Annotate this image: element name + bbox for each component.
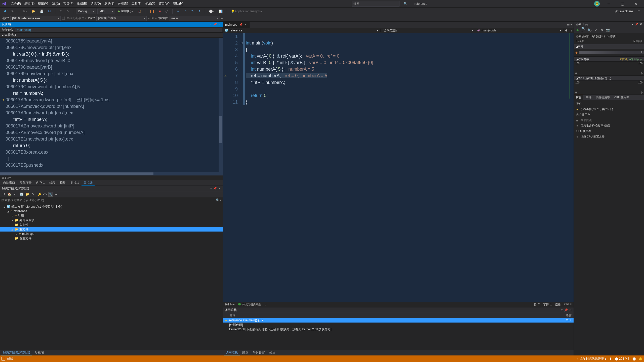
menu-view[interactable]: 视图(V) bbox=[36, 1, 50, 7]
disasm-line[interactable]: 006017B1 mov dword ptr [eax],ecx bbox=[0, 136, 223, 142]
diag-tab-1[interactable]: 事件 bbox=[584, 95, 593, 100]
platform-combo[interactable]: x86 bbox=[97, 9, 115, 14]
diag-title-bar[interactable]: 诊断工具 ▾📌✕ bbox=[574, 22, 644, 27]
continue-button[interactable]: ▶继续(C) ▾ bbox=[116, 9, 134, 14]
cs-col-name[interactable]: 名称 bbox=[230, 313, 561, 317]
tree-row[interactable]: 📁头文件 bbox=[0, 222, 223, 227]
btab-1[interactable]: 局部变量 bbox=[18, 180, 34, 186]
panel-pin-icon[interactable]: 📌 bbox=[213, 23, 217, 26]
redo-icon[interactable]: ↷ bbox=[65, 9, 70, 14]
disasm-line[interactable]: 0060178F mov dword ptr [varB],0 bbox=[0, 57, 223, 64]
status-add-source-control[interactable]: ↑ 添加到源代码管理 ▴ bbox=[577, 357, 606, 361]
cs-btab-0[interactable]: 调用堆栈 bbox=[224, 350, 240, 356]
search-box[interactable]: 搜索 bbox=[352, 1, 399, 7]
live-share-button[interactable]: 🖉 Live Share bbox=[615, 10, 633, 13]
tab-main-cpp[interactable]: main.cpp📌✕ bbox=[223, 22, 250, 28]
undo-icon[interactable]: ↶ bbox=[58, 9, 63, 14]
doc-preview-icon[interactable]: ▭ bbox=[567, 23, 570, 26]
code-line[interactable]: 2⊟int main(void) bbox=[223, 40, 574, 46]
menu-edit[interactable]: 编辑(E) bbox=[23, 1, 36, 7]
cs-col-lang[interactable]: 语言 bbox=[561, 313, 572, 317]
menu-help[interactable]: 帮助(H) bbox=[172, 1, 185, 7]
nav-split-v-icon[interactable]: ↕ bbox=[569, 29, 574, 32]
code-line[interactable]: 5 int varB{ 0 }, * intP{ &varB }; varB =… bbox=[223, 59, 574, 66]
nav-fwd-icon[interactable]: ⮞ bbox=[10, 9, 16, 14]
save-icon[interactable]: 💾 bbox=[38, 9, 45, 14]
sln-sync-icon[interactable]: 🔄 bbox=[19, 192, 24, 197]
sln-pin-icon[interactable]: 📌 bbox=[213, 187, 217, 190]
new-item-icon[interactable]: 🗎▾ bbox=[21, 9, 28, 14]
stop-icon[interactable]: ■ bbox=[157, 9, 162, 14]
disasm-line[interactable]: 00601796 lea eax,[varB] bbox=[0, 64, 223, 70]
callstack-row[interactable]: [外部代码] bbox=[223, 323, 574, 327]
cs-dropdown-icon[interactable]: ▾ bbox=[561, 308, 563, 312]
tree-row[interactable]: ◢⧈reference bbox=[0, 209, 223, 213]
cs-btab-1[interactable]: 断点 bbox=[240, 350, 250, 355]
diag-close-icon[interactable]: ✕ bbox=[640, 23, 642, 26]
menu-file[interactable]: 文件(F) bbox=[10, 1, 22, 7]
diag-record-icon[interactable]: ⏺ bbox=[575, 28, 580, 32]
code-line[interactable]: 9 bbox=[223, 86, 574, 92]
sln-search-box[interactable]: 搜索解决方案资源管理器(Ctrl+;)🔍▾ bbox=[0, 197, 223, 203]
process-combo[interactable]: [6156] reference.exe bbox=[10, 16, 61, 21]
diag-mem-header[interactable]: ◢ 进程内存▼快照 ●专用字节 bbox=[574, 57, 644, 62]
code-line[interactable]: ➔7 ref = numberA; ref = 0, numberA = 5 bbox=[223, 72, 574, 79]
diag-tab-0[interactable]: 摘要 bbox=[574, 95, 583, 100]
window-close-icon[interactable]: ✕ bbox=[631, 1, 640, 7]
menu-project[interactable]: 项目(P) bbox=[62, 1, 75, 7]
address-input[interactable]: main(void) bbox=[15, 28, 222, 32]
disasm-zoom[interactable]: 161 % ▾ bbox=[0, 175, 223, 180]
disasm-line[interactable]: int varB{ 0 }, * intP{ &varB }; bbox=[0, 51, 223, 57]
menu-git[interactable]: Git(G) bbox=[50, 1, 61, 7]
disasm-line[interactable]: 0060178C mov dword ptr [ref],eax bbox=[0, 44, 223, 51]
diag-cpu-chart[interactable]: 10000100 bbox=[574, 81, 644, 95]
doc-well-dropdown-icon[interactable]: ▾ bbox=[571, 23, 572, 26]
sln-refresh-icon[interactable]: ↻ bbox=[30, 192, 35, 197]
cs-btab-3[interactable]: 输出 bbox=[267, 350, 277, 355]
debug-target-icon[interactable]: 🏹 bbox=[136, 9, 143, 14]
disasm-line[interactable]: ref = numberA; bbox=[0, 90, 223, 97]
menu-tools[interactable]: 工具(T) bbox=[130, 1, 143, 7]
nav-scope[interactable]: (全局范围)▾ bbox=[381, 28, 475, 33]
cs-pin-icon[interactable]: 📌 bbox=[564, 308, 568, 312]
code-line[interactable]: 1 bbox=[223, 33, 574, 40]
sln-btab-0[interactable]: 解决方案资源管理器 bbox=[1, 350, 32, 356]
code-line[interactable]: 11} bbox=[223, 99, 574, 105]
tree-row[interactable]: ▸▫▫引用 bbox=[0, 213, 223, 218]
status-notif-icon[interactable]: 🔔 bbox=[639, 357, 642, 360]
nav-split-icon[interactable]: ⊕ bbox=[564, 29, 569, 32]
menu-window[interactable]: 窗口(W) bbox=[157, 1, 171, 7]
code-line[interactable]: 3{ bbox=[223, 46, 574, 53]
stackframe-combo[interactable]: main bbox=[170, 16, 220, 21]
panel-close-icon[interactable]: ✕ bbox=[218, 23, 221, 26]
code-line[interactable]: 10 return 0; bbox=[223, 92, 574, 99]
pause-icon[interactable]: ❚❚ bbox=[148, 9, 156, 14]
menu-build[interactable]: 生成(B) bbox=[75, 1, 89, 7]
sln-tree[interactable]: ◢🧊解决方案"reference"(1 个项目/共 1 个)◢⧈referenc… bbox=[0, 203, 223, 350]
disassembly-title-bar[interactable]: 反汇编 ▾📌✕ bbox=[0, 22, 223, 27]
diag-zoomin-icon[interactable]: 🔍+ bbox=[581, 28, 586, 32]
save-all-icon[interactable]: 🖫 bbox=[47, 9, 53, 14]
sln-collapse-icon[interactable]: ▾ bbox=[13, 192, 17, 197]
filter-icon[interactable]: ▾ 🗗 bbox=[148, 17, 153, 20]
hot-reload-icon[interactable]: ⚪▾ bbox=[208, 9, 216, 14]
disasm-line[interactable]: return 0; bbox=[0, 142, 223, 149]
cs-btab-2[interactable]: 异常设置 bbox=[251, 350, 267, 355]
sln-dropdown-icon[interactable]: ▾ bbox=[210, 187, 212, 190]
code-line[interactable]: 4 int varA{ 0 }, & ref{ varA }; varA = 0… bbox=[223, 53, 574, 59]
diag-gear-icon[interactable]: ⚙ bbox=[599, 28, 604, 32]
diag-dropdown-icon[interactable]: ▾ bbox=[632, 23, 633, 26]
diag-pin-icon[interactable]: 📌 bbox=[635, 23, 638, 26]
tree-row[interactable]: ◢🧊解决方案"reference"(1 个项目/共 1 个) bbox=[0, 204, 223, 209]
admin-icon[interactable]: 🛡 bbox=[636, 9, 642, 14]
thread-filter-icon[interactable]: ▿ bbox=[155, 17, 157, 20]
btab-3[interactable]: 线程 bbox=[47, 180, 57, 186]
disasm-line[interactable]: 00601799 mov dword ptr [intP],eax bbox=[0, 70, 223, 77]
diag-all-events[interactable]: 所有事件(23 个，共 23 个) bbox=[574, 107, 644, 112]
sln-back-icon[interactable]: ↺ bbox=[2, 192, 6, 197]
sln-title-bar[interactable]: 解决方案资源管理器 ▾📌✕ bbox=[0, 186, 223, 191]
nav-back-icon[interactable]: ⮜ bbox=[2, 9, 8, 14]
disasm-line[interactable]: int numberA{ 5 }; bbox=[0, 77, 223, 83]
thread-combo[interactable]: [2188] 主线程 bbox=[96, 16, 147, 21]
diag-tab-2[interactable]: 内存使用率 bbox=[594, 95, 612, 100]
